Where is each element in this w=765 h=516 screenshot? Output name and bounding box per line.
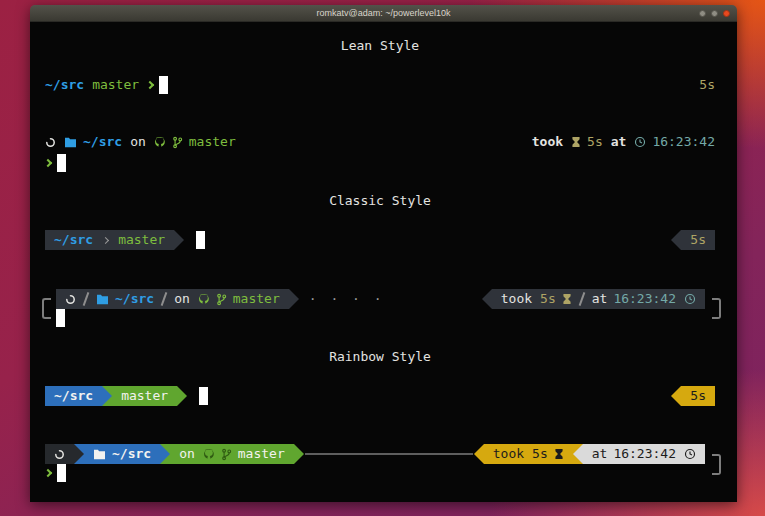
text-cursor bbox=[57, 464, 66, 482]
text-cursor bbox=[199, 387, 208, 405]
clock-icon bbox=[634, 136, 646, 148]
powerline-arrow-icon bbox=[102, 386, 112, 406]
maximize-button[interactable] bbox=[711, 10, 718, 17]
github-icon bbox=[203, 448, 215, 460]
text-cursor bbox=[56, 309, 65, 327]
git-branch: master bbox=[121, 386, 168, 406]
folder-icon bbox=[93, 449, 106, 460]
duration-badge: 5s bbox=[671, 386, 715, 406]
segment-separator-icon bbox=[83, 292, 90, 306]
clock-icon bbox=[684, 448, 696, 460]
git-segment: on master bbox=[170, 444, 294, 464]
hourglass-icon bbox=[554, 448, 564, 460]
lean-prompt-twoline-line2 bbox=[45, 153, 715, 173]
titlebar[interactable]: romkatv@adam: ~/powerlevel10k bbox=[30, 5, 737, 22]
classic-prompt-oneline: ~/src master 5s bbox=[45, 230, 715, 250]
powerline-arrow-icon bbox=[294, 444, 304, 464]
window-controls bbox=[699, 10, 730, 17]
time-segment: at 16:23:42 bbox=[583, 444, 705, 464]
at-label: at bbox=[592, 444, 608, 464]
powerline-arrow-icon bbox=[671, 386, 681, 406]
classic-right-segment: took 5s at 16:23:42 bbox=[492, 289, 705, 309]
powerline-arrow-icon bbox=[289, 289, 299, 309]
prompt-chevron-icon bbox=[146, 81, 154, 89]
took-label: took bbox=[493, 444, 524, 464]
duration-badge: 5s bbox=[671, 230, 715, 250]
close-button[interactable] bbox=[723, 10, 730, 17]
duration-value: 5s bbox=[532, 444, 548, 464]
classic-left-segment: ~/src on master bbox=[56, 289, 289, 309]
gap-filler-line bbox=[305, 453, 473, 455]
on-label: on bbox=[174, 289, 190, 309]
os-segment bbox=[45, 444, 74, 464]
lean-prompt-twoline-line1: ~/src on master took 5s at bbox=[45, 132, 715, 152]
dir-segment: ~/src bbox=[45, 386, 102, 406]
rainbow-prompt-twoline-line1: ~/src on master took bbox=[45, 444, 705, 464]
took-label: took bbox=[501, 289, 532, 309]
git-branch: master bbox=[238, 444, 285, 464]
gap-filler-dots: · · · · bbox=[309, 289, 385, 309]
git-branch-icon bbox=[221, 448, 232, 461]
os-swirl-icon bbox=[65, 294, 76, 305]
dir-path: ~/src bbox=[115, 289, 154, 309]
took-label: took bbox=[532, 132, 563, 152]
classic-prompt-twoline-line2 bbox=[56, 308, 715, 328]
segment-separator-icon bbox=[102, 236, 109, 243]
git-branch-icon bbox=[216, 293, 227, 306]
classic-prompt-twoline-line1: ~/src on master · · · · took bbox=[56, 289, 705, 309]
git-branch: master bbox=[233, 289, 280, 309]
rainbow-prompt-oneline: ~/src master 5s bbox=[45, 386, 715, 406]
section-heading-rainbow: Rainbow Style bbox=[45, 347, 715, 367]
duration-segment: took 5s bbox=[484, 444, 573, 464]
section-heading-lean: Lean Style bbox=[45, 36, 715, 56]
powerline-arrow-icon bbox=[482, 289, 492, 309]
clock-icon bbox=[684, 293, 696, 305]
powerline-arrow-icon bbox=[160, 444, 170, 464]
dir-path: ~/src bbox=[45, 75, 84, 95]
github-icon bbox=[154, 136, 166, 148]
duration-value: 5s bbox=[540, 289, 556, 309]
lean-prompt-oneline: ~/src master 5s bbox=[45, 75, 715, 95]
duration-badge: 5s bbox=[699, 75, 715, 95]
powerline-arrow-icon bbox=[177, 386, 187, 406]
text-cursor bbox=[159, 76, 168, 94]
powerline-arrow-icon bbox=[474, 444, 484, 464]
powerline-arrow-icon bbox=[74, 444, 84, 464]
dir-segment: ~/src bbox=[84, 444, 160, 464]
powerline-arrow-icon bbox=[671, 230, 681, 250]
text-cursor bbox=[57, 154, 66, 172]
minimize-button[interactable] bbox=[699, 10, 706, 17]
git-branch-icon bbox=[172, 136, 183, 149]
terminal-window: romkatv@adam: ~/powerlevel10k Lean Style… bbox=[30, 5, 737, 502]
git-branch: master bbox=[92, 75, 139, 95]
dir-path: ~/src bbox=[54, 230, 93, 250]
terminal-screen[interactable]: Lean Style ~/src master 5s ~/src on bbox=[30, 22, 737, 502]
github-icon bbox=[198, 293, 210, 305]
segment-separator-icon bbox=[161, 292, 168, 306]
folder-icon bbox=[96, 294, 109, 305]
on-label: on bbox=[179, 444, 195, 464]
right-status: took 5s at 16:23:42 bbox=[482, 289, 705, 309]
folder-icon bbox=[64, 137, 77, 148]
desktop-wallpaper: romkatv@adam: ~/powerlevel10k Lean Style… bbox=[0, 0, 765, 516]
git-branch: master bbox=[189, 132, 236, 152]
text-cursor bbox=[196, 231, 205, 249]
time-value: 16:23:42 bbox=[652, 132, 715, 152]
os-swirl-icon bbox=[54, 449, 65, 460]
on-label: on bbox=[130, 132, 146, 152]
prompt-chevron-icon bbox=[44, 159, 52, 167]
prompt-chevron-icon bbox=[44, 469, 52, 477]
hourglass-icon bbox=[571, 136, 581, 148]
dir-path: ~/src bbox=[112, 444, 151, 464]
right-status: took 5s at 16:23:42 bbox=[532, 132, 715, 152]
rainbow-prompt-twoline-line2 bbox=[45, 463, 715, 483]
powerline-arrow-icon bbox=[573, 444, 583, 464]
duration-value: 5s bbox=[587, 132, 603, 152]
at-label: at bbox=[611, 132, 627, 152]
dir-path: ~/src bbox=[83, 132, 122, 152]
at-label: at bbox=[592, 289, 608, 309]
time-value: 16:23:42 bbox=[613, 289, 676, 309]
dir-path: ~/src bbox=[54, 386, 93, 406]
powerline-arrow-icon bbox=[174, 230, 184, 250]
git-segment: master bbox=[112, 386, 177, 406]
